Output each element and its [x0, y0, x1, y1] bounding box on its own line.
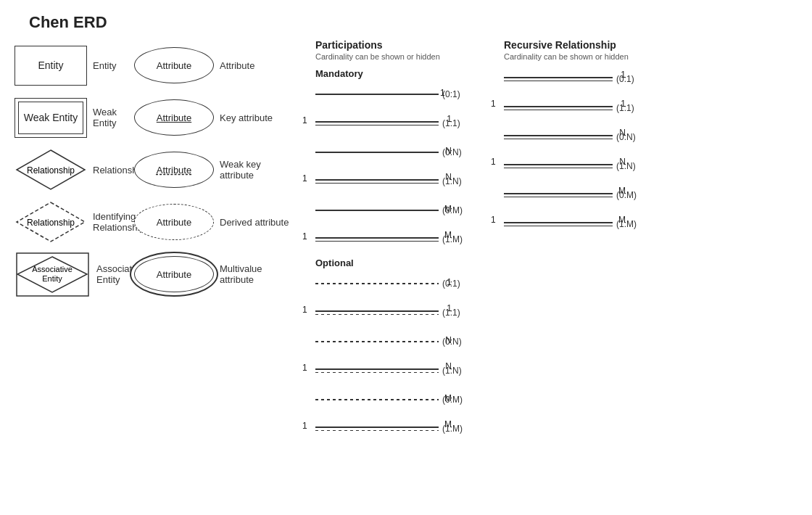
- multivalue-attribute-row: Attribute Multivalue attribute: [134, 248, 294, 300]
- recursive-11-line: [504, 106, 613, 110]
- participation-mandatory-1N: 1 N (1:N): [315, 170, 504, 192]
- attribute-label: Attribute: [157, 60, 191, 71]
- recursive-1N: 1 N (1:N): [504, 155, 671, 177]
- recursive-0M-right-num: M: [618, 186, 626, 196]
- weak-entity-shape: Weak Entity: [14, 98, 87, 138]
- relationship-row: Relationship Relationship: [14, 144, 127, 196]
- key-attribute-description: Key attribute: [220, 112, 294, 123]
- participation-mandatory-0N: N (0:N): [315, 141, 504, 163]
- optional-0N-line-area: N: [315, 341, 439, 342]
- recursive-0N: N (0:N): [504, 126, 671, 148]
- multivalue-attribute-ellipse: Attribute: [134, 256, 214, 292]
- participation-optional-11: 1 1 (1:1): [315, 302, 504, 324]
- recursive-11-left-num: 1: [491, 99, 496, 109]
- participation-optional-1M: 1 M (1:M): [315, 418, 504, 440]
- recursive-01-line-area: 1: [504, 77, 613, 81]
- recursive-11: 1 1 (1:1): [504, 97, 671, 119]
- attribute-shape: Attribute: [134, 47, 214, 83]
- mandatory-0N-line-area: N: [315, 152, 439, 153]
- identifying-relationship-row: Relationship Identifying Relationship: [14, 196, 127, 248]
- mandatory-1M-right-num: M: [444, 230, 452, 240]
- mandatory-0M-line-area: M: [315, 210, 439, 211]
- multivalue-attribute-label: Attribute: [157, 269, 191, 280]
- participations-section: Participations Cardinality can be shown …: [315, 39, 504, 447]
- weak-key-attribute-ellipse: Attribute: [134, 152, 214, 188]
- derived-attribute-row: Attribute Derived attribute: [134, 196, 294, 248]
- mandatory-11-line: [315, 121, 439, 125]
- derived-attribute-label: Attribute: [157, 217, 191, 228]
- attributes-column: Attribute Attribute Attribute Key attrib…: [134, 39, 294, 447]
- attribute-description: Attribute: [220, 60, 294, 71]
- optional-0M-line-area: M: [315, 399, 439, 400]
- mandatory-0N-right-num: N: [445, 146, 452, 156]
- participation-mandatory-11: 1 1 (1:1): [315, 112, 504, 134]
- identifying-relationship-shape: Relationship: [14, 200, 87, 244]
- participation-optional-0M: M (0:M): [315, 389, 504, 411]
- associative-entity-icon: Associative Entity: [14, 251, 91, 298]
- optional-1N-line-area: 1 N: [315, 368, 439, 373]
- optional-1N-left-num: 1: [302, 363, 307, 373]
- optional-1N-right-num: N: [445, 361, 452, 371]
- optional-01-line: [315, 283, 439, 284]
- weak-entity-box: Weak Entity: [14, 98, 87, 138]
- key-attribute-row: Attribute Key attribute: [134, 91, 294, 144]
- derived-attribute-shape: Attribute: [134, 204, 214, 240]
- svg-text:Entity: Entity: [42, 274, 62, 283]
- mandatory-1M-left-num: 1: [302, 231, 307, 242]
- mandatory-11-right-num: 1: [447, 114, 452, 124]
- recursive-01: 1 (0:1): [504, 68, 671, 90]
- participation-optional-01: 1 (0:1): [315, 273, 504, 294]
- weak-entity-row: Weak Entity Weak Entity: [14, 91, 127, 144]
- participation-optional-1N: 1 N (1:N): [315, 360, 504, 382]
- entity-box: Entity: [14, 46, 87, 86]
- optional-1M-right-num: M: [444, 419, 452, 429]
- mandatory-11-left-num: 1: [302, 115, 307, 125]
- optional-11-line-area: 1 1: [315, 310, 439, 315]
- shapes-column: Entity Entity Weak Entity Weak Entity: [14, 39, 127, 447]
- recursive-1N-line: [504, 164, 613, 168]
- participation-mandatory-1M: 1 M (1:M): [315, 228, 504, 250]
- recursive-01-right-num: 1: [621, 70, 626, 80]
- recursive-subtitle: Cardinality can be shown or hidden: [504, 52, 671, 61]
- svg-text:Relationship: Relationship: [27, 218, 75, 228]
- optional-01-line-area: 1: [315, 283, 439, 284]
- mandatory-0N-line: [315, 152, 439, 153]
- recursive-0M-line-area: M: [504, 193, 613, 197]
- identifying-relationship-diamond-icon: Relationship: [14, 200, 87, 244]
- optional-1M-left-num: 1: [302, 421, 307, 431]
- entity-row: Entity Entity: [14, 39, 127, 91]
- mandatory-01-right-num: 1: [440, 88, 452, 98]
- associative-entity-shape: Associative Entity: [14, 251, 91, 298]
- weak-key-attribute-description: Weak key attribute: [220, 159, 294, 181]
- optional-0N-right-num: N: [445, 335, 452, 345]
- optional-1M-solid: [315, 427, 439, 428]
- optional-0M-right-num: M: [444, 393, 452, 403]
- participation-mandatory-0M: M (0:M): [315, 199, 504, 221]
- entity-description: Entity: [93, 60, 127, 71]
- mandatory-0M-right-num: M: [444, 204, 452, 214]
- recursive-title: Recursive Relationship: [504, 39, 671, 51]
- recursive-1M-line: [504, 222, 613, 226]
- recursive-1M-right-num: M: [618, 215, 626, 225]
- optional-01-right-num: 1: [447, 277, 452, 287]
- recursive-1M: 1 M (1:M): [504, 213, 671, 235]
- optional-1M-dashed: [315, 430, 439, 432]
- mandatory-1M-line-area: 1 M: [315, 237, 439, 242]
- mandatory-1N-line-area: 1 N: [315, 179, 439, 184]
- recursive-0M-line: [504, 193, 613, 197]
- mandatory-1N-right-num: N: [445, 172, 452, 182]
- associative-entity-row: Associative Entity Associative Entity: [14, 248, 127, 300]
- participation-mandatory-01: 1 (0:1): [315, 83, 504, 105]
- recursive-1M-line-area: 1 M: [504, 222, 613, 226]
- mandatory-0M-line: [315, 210, 439, 211]
- optional-11-dashed: [315, 314, 439, 316]
- optional-1N-dashed: [315, 372, 439, 374]
- attribute-row: Attribute Attribute: [134, 39, 294, 91]
- key-attribute-ellipse: Attribute: [134, 99, 214, 136]
- attribute-ellipse: Attribute: [134, 47, 214, 83]
- mandatory-01-line: [315, 94, 439, 95]
- recursive-11-right-num: 1: [621, 99, 626, 109]
- recursive-1N-left-num: 1: [491, 157, 496, 167]
- recursive-01-line: [504, 77, 613, 81]
- mandatory-label: Mandatory: [315, 68, 504, 79]
